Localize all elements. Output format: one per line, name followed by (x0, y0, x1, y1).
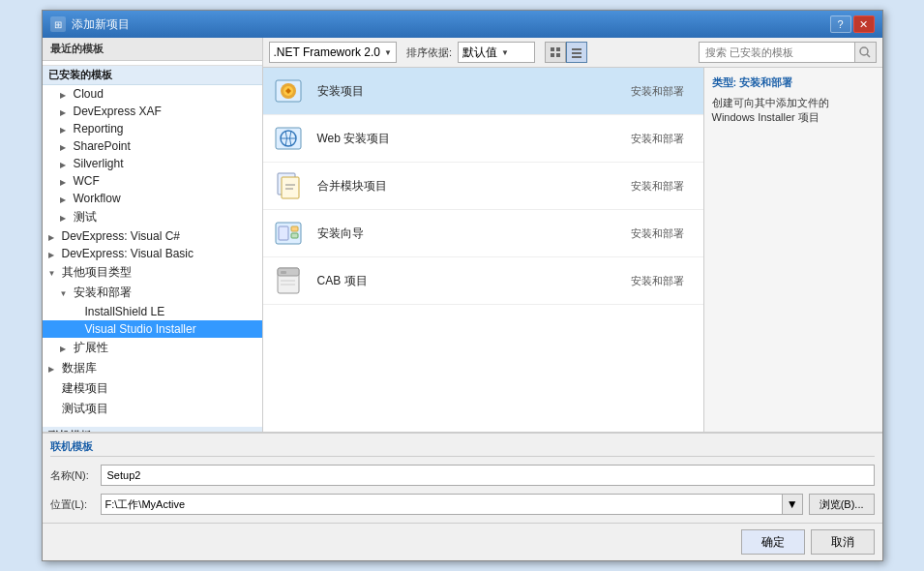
location-label: 位置(L): (50, 497, 95, 512)
sidebar-item-reporting[interactable]: Reporting (43, 120, 262, 137)
template-name-wizard: 安装向导 (317, 225, 597, 242)
tree-toggle-silverlight (60, 159, 72, 169)
merge-module-icon (274, 169, 307, 202)
template-category-wizard: 安装和部署 (597, 226, 694, 241)
sidebar-item-database[interactable]: 数据库 (43, 358, 262, 378)
svg-rect-22 (291, 233, 298, 238)
search-input[interactable] (700, 45, 854, 60)
tree-toggle-wcf (60, 176, 72, 187)
template-item-merge[interactable]: 合并模块项目 安装和部署 (263, 163, 703, 210)
cab-project-icon (274, 264, 307, 297)
svg-rect-20 (279, 226, 288, 240)
title-bar: ⊞ 添加新项目 ? ✕ (43, 11, 882, 38)
sidebar-scroll: Cloud DevExpress XAF Reporting SharePoin… (43, 85, 262, 432)
template-icon-setup (273, 74, 308, 108)
template-name-setup: 安装项目 (317, 83, 597, 100)
detail-view-button[interactable] (566, 42, 587, 63)
template-name-web: Web 安装项目 (317, 131, 597, 147)
sidebar-item-testprojects[interactable]: 测试项目 (43, 399, 262, 419)
sidebar-label-testp: 测试项目 (62, 401, 108, 417)
sidebar-item-model[interactable]: 建模项目 (43, 378, 262, 399)
framework-dropdown-arrow: ▼ (384, 48, 392, 57)
tree-toggle-ext (60, 343, 72, 353)
sidebar-label-db: 数据库 (62, 360, 97, 376)
sidebar-item-test[interactable]: 测试 (43, 207, 262, 227)
sidebar-label-silverlight: Silverlight (74, 157, 124, 170)
svg-line-8 (867, 54, 870, 57)
sidebar-item-sharepoint[interactable]: SharePoint (43, 137, 262, 155)
tree-toggle-other (48, 267, 60, 278)
sort-dropdown[interactable]: 默认值 ▼ (458, 42, 535, 63)
help-button[interactable]: ? (830, 15, 851, 33)
footer-area: 联机模板 名称(N): 位置(L): ▼ 浏览(B)... 确定 取消 (43, 432, 882, 560)
sidebar-item-cloud[interactable]: Cloud (43, 85, 262, 103)
svg-rect-2 (556, 47, 560, 51)
sidebar-item-devexpress-cs[interactable]: DevExpress: Visual C# (43, 227, 262, 245)
location-row: 位置(L): ▼ 浏览(B)... (50, 494, 875, 515)
sidebar-label-model: 建模项目 (62, 380, 108, 397)
sidebar-label-reporting: Reporting (74, 122, 124, 135)
sidebar-item-silverlight[interactable]: Silverlight (43, 155, 262, 172)
cancel-button[interactable]: 取消 (811, 529, 875, 555)
svg-rect-0 (551, 47, 554, 51)
tree-toggle-db (48, 363, 60, 374)
sidebar-item-wcf[interactable]: WCF (43, 172, 262, 190)
sidebar-item-vs-installer[interactable]: Visual Studio Installer (43, 320, 262, 338)
online-templates-label: 联机模板 (50, 437, 875, 457)
sidebar-item-devexpress-xaf[interactable]: DevExpress XAF (43, 103, 262, 120)
location-dropdown-arrow[interactable]: ▼ (782, 495, 802, 514)
sidebar-label-wcf: WCF (74, 174, 100, 188)
sidebar-label-vsi: Visual Studio Installer (85, 322, 196, 336)
sidebar-label-workflow: Workflow (74, 192, 121, 205)
template-area: 安装项目 安装和部署 (263, 68, 882, 432)
template-item-wizard[interactable]: 安装向导 安装和部署 (263, 210, 703, 257)
template-icon-merge (273, 168, 308, 203)
tree-toggle-cs (48, 231, 60, 242)
svg-point-7 (860, 47, 868, 55)
close-button[interactable]: ✕ (853, 15, 875, 33)
template-icon-web (273, 121, 308, 156)
svg-rect-1 (551, 53, 554, 57)
search-icon (859, 46, 871, 58)
svg-rect-25 (281, 271, 286, 274)
sidebar-label-xaf: DevExpress XAF (74, 105, 162, 118)
tree-toggle-setup (60, 287, 72, 298)
search-button[interactable] (854, 43, 876, 62)
template-item-cab[interactable]: CAB 项目 安装和部署 (263, 257, 703, 305)
main-area: .NET Framework 2.0 ▼ 排序依据: 默认值 ▼ (263, 38, 882, 432)
sidebar-label-cs: DevExpress: Visual C# (62, 229, 181, 243)
framework-dropdown[interactable]: .NET Framework 2.0 ▼ (269, 42, 397, 63)
sidebar-label-vb: DevExpress: Visual Basic (62, 247, 194, 260)
sidebar-item-other-types[interactable]: 其他项目类型 (43, 262, 262, 283)
location-input[interactable] (102, 496, 782, 512)
name-input[interactable] (101, 465, 875, 486)
template-category-merge: 安装和部署 (597, 179, 694, 194)
name-row: 名称(N): (50, 465, 875, 486)
template-icon-cab (273, 263, 308, 298)
list-view-icon (550, 46, 561, 58)
sidebar-item-setup-deploy[interactable]: 安装和部署 (43, 283, 262, 303)
svg-rect-4 (572, 48, 581, 50)
browse-button[interactable]: 浏览(B)... (809, 494, 875, 515)
name-label: 名称(N): (50, 468, 95, 483)
title-bar-buttons: ? ✕ (830, 15, 875, 33)
svg-rect-16 (282, 177, 299, 198)
template-item-web-setup[interactable]: Web 安装项目 安装和部署 (263, 115, 703, 163)
sidebar-item-devexpress-vb[interactable]: DevExpress: Visual Basic (43, 245, 262, 262)
tree-toggle-workflow (60, 194, 72, 204)
sidebar-item-installshield[interactable]: InstallShield LE (43, 303, 262, 320)
sidebar-item-extensible[interactable]: 扩展性 (43, 338, 262, 358)
template-item-setup[interactable]: 安装项目 安装和部署 (263, 68, 703, 115)
ok-button[interactable]: 确定 (741, 529, 805, 555)
template-name-merge: 合并模块项目 (317, 178, 597, 195)
content-area: 最近的模板 已安装的模板 Cloud DevExpress XAF Report… (43, 38, 882, 432)
sidebar-label-cloud: Cloud (74, 87, 104, 101)
sidebar-item-workflow[interactable]: Workflow (43, 190, 262, 207)
list-view-button[interactable] (545, 42, 566, 63)
recent-templates-header: 最近的模板 (43, 38, 262, 61)
sidebar-label-installshield: InstallShield LE (85, 305, 165, 318)
tree-toggle-sharepoint (60, 141, 72, 152)
tree-toggle-xaf (60, 106, 72, 117)
tree-toggle-cloud (60, 89, 72, 100)
sort-label: 排序依据: (406, 45, 452, 60)
